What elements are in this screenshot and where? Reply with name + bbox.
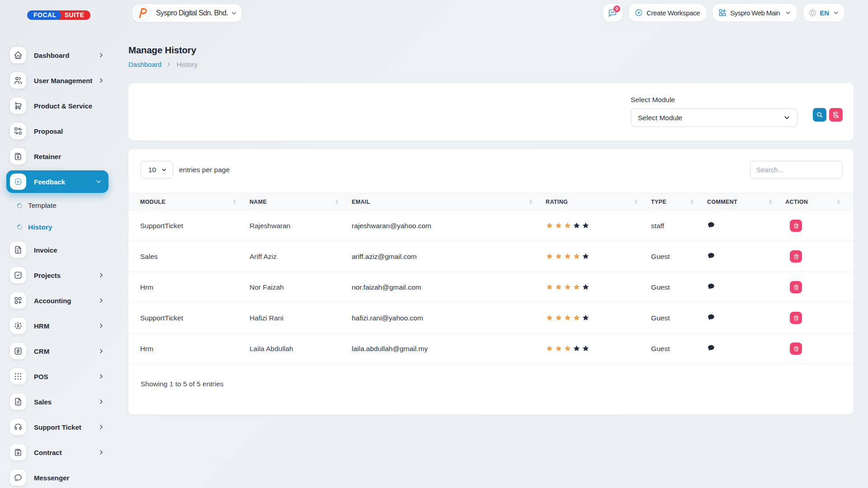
circle-plus-icon — [635, 9, 643, 17]
cell-email: laila.abdullah@gmail.my — [344, 333, 538, 364]
create-workspace-button[interactable]: Create Workspace — [629, 4, 706, 22]
sidebar-item-crm[interactable]: CRM — [0, 338, 118, 364]
messages-button[interactable]: 0 — [603, 4, 623, 22]
sidebar-item-label: POS — [34, 373, 98, 380]
sidebar-item-projects[interactable]: Projects — [0, 263, 118, 288]
star-icon — [546, 283, 553, 291]
cell-comment — [700, 272, 778, 303]
sidebar-item-sales[interactable]: Sales — [0, 389, 118, 414]
company-selector[interactable]: Syspro Digital Sdn. Bhd. — [132, 4, 242, 22]
sidebar-item-proposal[interactable]: Proposal — [0, 118, 118, 144]
cell-module: SupportTicket — [128, 303, 242, 333]
cell-type: Guest — [644, 272, 700, 303]
cell-email: hafizi.rani@yahoo.com — [344, 303, 538, 333]
cell-comment — [700, 241, 778, 272]
search-icon — [816, 111, 823, 118]
column-header-comment[interactable]: COMMENT — [700, 193, 778, 211]
sidebar-item-feedback[interactable]: Feedback — [6, 170, 108, 193]
trash-icon — [793, 253, 799, 260]
accounting-icon — [10, 292, 26, 309]
sidebar-item-retainer[interactable]: Retainer — [0, 144, 118, 169]
table-row: HrmNor Faizahnor.faizah@gmail.comGuest — [128, 272, 854, 303]
star-icon — [555, 253, 562, 260]
cell-action — [778, 241, 854, 272]
star-icon — [573, 253, 580, 260]
column-label: TYPE — [651, 199, 666, 205]
column-header-module[interactable]: MODULE — [128, 193, 242, 211]
chevron-down-icon — [95, 178, 102, 185]
cell-type: Guest — [644, 241, 700, 272]
chevron-right-icon — [98, 77, 105, 84]
delete-button[interactable] — [790, 281, 802, 293]
chevron-right-icon — [166, 61, 172, 67]
workspace-selector[interactable]: Syspro Web Main — [712, 4, 797, 22]
language-selector[interactable]: EN — [803, 4, 844, 22]
comment-icon[interactable] — [707, 252, 715, 260]
history-table: MODULENAMEEMAILRATINGTYPECOMMENTACTION S… — [128, 193, 854, 364]
chevron-down-icon — [231, 10, 237, 17]
sidebar-item-label: Proposal — [34, 127, 105, 135]
sidebar-item-user-management[interactable]: User Management — [0, 68, 118, 93]
pos-icon — [10, 368, 26, 385]
column-header-email[interactable]: EMAIL — [344, 193, 538, 211]
select-module-label: Select Module — [631, 96, 797, 104]
select-module-value: Select Module — [638, 114, 783, 122]
filter-search-button[interactable] — [813, 108, 826, 122]
history-table-card: 10 entries per page MODULENAMEEMAILRATIN… — [128, 149, 854, 414]
delete-button[interactable] — [790, 250, 802, 263]
sidebar-item-label: Template — [28, 202, 107, 210]
star-icon — [573, 314, 580, 322]
comment-icon[interactable] — [707, 344, 715, 352]
column-header-type[interactable]: TYPE — [644, 193, 700, 211]
sidebar-item-invoice[interactable]: Invoice — [0, 237, 118, 263]
entries-per-page-value: 10 — [148, 166, 161, 174]
sidebar-item-label: User Management — [34, 77, 98, 84]
delete-button[interactable] — [790, 343, 802, 355]
column-header-name[interactable]: NAME — [242, 193, 344, 211]
cell-comment — [700, 333, 778, 364]
cell-action — [778, 303, 854, 333]
trash-icon — [793, 223, 799, 229]
cell-rating — [538, 272, 644, 303]
sidebar-item-hrm[interactable]: HRM — [0, 313, 118, 338]
sort-icon — [769, 200, 772, 204]
sidebar-item-product-service[interactable]: Product & Service — [0, 93, 118, 118]
cell-name: Hafizi Rani — [242, 303, 344, 333]
column-header-rating[interactable]: RATING — [538, 193, 644, 211]
floppy-icon — [10, 148, 26, 164]
delete-button[interactable] — [790, 312, 802, 324]
star-icon — [582, 222, 590, 230]
contract-icon — [10, 444, 26, 460]
chevron-down-icon — [785, 9, 792, 16]
table-search-input[interactable] — [750, 161, 843, 178]
sort-icon — [635, 200, 637, 204]
sidebar-item-contract[interactable]: Contract — [0, 440, 118, 465]
filter-clear-button[interactable] — [829, 108, 843, 122]
sidebar-item-template[interactable]: Template — [0, 194, 118, 217]
brand-logo[interactable]: FOCALSUITE — [27, 10, 90, 20]
sidebar-item-history[interactable]: History — [0, 217, 118, 237]
comment-icon[interactable] — [707, 313, 715, 321]
sidebar-item-support-ticket[interactable]: Support Ticket — [0, 414, 118, 440]
table-row: SupportTicketRajeshwaranrajeshwaran@yaho… — [128, 211, 854, 241]
language-label: EN — [820, 9, 829, 17]
column-label: RATING — [546, 199, 568, 205]
sidebar-item-dashboard[interactable]: Dashboard — [0, 42, 118, 68]
select-module-dropdown[interactable]: Select Module — [631, 108, 797, 127]
comment-icon[interactable] — [707, 221, 715, 229]
sidebar-item-pos[interactable]: POS — [0, 364, 118, 389]
trash-off-icon — [832, 111, 840, 118]
sidebar-item-accounting[interactable]: Accounting — [0, 288, 118, 313]
chevron-down-icon — [161, 167, 167, 173]
sidebar-item-messenger[interactable]: Messenger — [0, 465, 118, 488]
sidebar-item-label: History — [28, 223, 107, 231]
star-icon — [564, 222, 571, 230]
trash-icon — [793, 346, 799, 352]
column-header-action[interactable]: ACTION — [778, 193, 854, 211]
delete-button[interactable] — [790, 220, 802, 232]
breadcrumb-dashboard-link[interactable]: Dashboard — [128, 61, 161, 68]
sidebar-item-label: HRM — [34, 322, 98, 330]
comment-icon[interactable] — [707, 282, 715, 291]
table-row: SupportTicketHafizi Ranihafizi.rani@yaho… — [128, 303, 854, 333]
entries-per-page-select[interactable]: 10 — [141, 161, 173, 178]
